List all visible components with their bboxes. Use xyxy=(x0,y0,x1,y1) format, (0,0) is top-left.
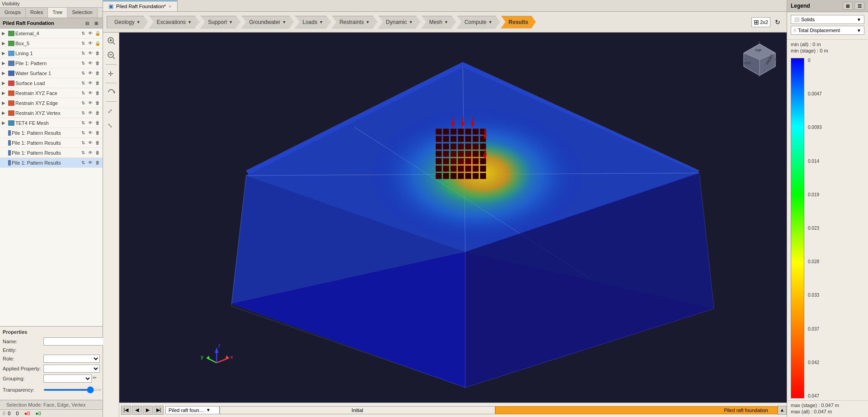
nav-prev-btn[interactable]: ◀ xyxy=(132,406,142,415)
move-icon[interactable]: ⇅ xyxy=(80,100,86,106)
collapse-all-icon[interactable]: ⊟ xyxy=(84,19,91,27)
tree-item[interactable]: Pile 1: Pattern Results ⇅ 👁 🗑 xyxy=(0,138,103,148)
lock-icon[interactable]: 🔒 xyxy=(94,40,101,47)
workflow-btn-mesh[interactable]: Mesh ▼ xyxy=(422,16,456,28)
expand-icon[interactable]: ▶ xyxy=(2,31,7,36)
tree-item[interactable]: ▶ Box_5 ⇅ 👁 🔒 xyxy=(0,38,103,48)
fit-extent2-button[interactable]: ⤡ xyxy=(105,119,117,132)
fit-extent-button[interactable]: ⤢ xyxy=(105,104,117,117)
tree-item[interactable]: ▶ Lining 1 ⇅ 👁 🗑 xyxy=(0,48,103,58)
visibility-icon[interactable]: 👁 xyxy=(87,40,94,47)
workflow-btn-dynamic[interactable]: Dynamic ▼ xyxy=(378,16,421,28)
workflow-btn-support[interactable]: Support ▼ xyxy=(200,16,240,28)
prop-grouping-edit-icon[interactable]: ✏ xyxy=(93,375,100,382)
workflow-btn-excavations[interactable]: Excavations ▼ xyxy=(149,16,200,28)
tree-item[interactable]: Pile 1: Pattern Results ⇅ 👁 🗑 xyxy=(0,148,103,158)
pan-button[interactable]: ✛ xyxy=(105,67,117,80)
expand-icon[interactable]: ▶ xyxy=(2,41,7,46)
prop-role-select[interactable] xyxy=(43,355,100,363)
delete-icon[interactable]: 🗑 xyxy=(94,140,101,146)
tree-item[interactable]: ▶ Restrain XYZ Face ⇅ 👁 🗑 xyxy=(0,88,103,98)
visibility-icon[interactable]: 👁 xyxy=(87,30,94,37)
visibility-icon[interactable]: 👁 xyxy=(87,70,94,76)
visibility-icon[interactable]: 👁 xyxy=(87,120,94,126)
file-tab[interactable]: ▣ Piled Raft Foundation* × xyxy=(103,0,178,11)
move-icon[interactable]: ⇅ xyxy=(80,110,86,116)
nav-first-btn[interactable]: |◀ xyxy=(121,406,131,415)
tree-item[interactable]: ▶ External_4 ⇅ 👁 🔒 xyxy=(0,28,103,38)
delete-icon[interactable]: 🗑 xyxy=(94,90,101,96)
bottom-expand-btn[interactable]: ▲ xyxy=(778,406,787,415)
delete-icon[interactable]: 🗑 xyxy=(94,50,101,57)
file-tab-close[interactable]: × xyxy=(169,4,171,9)
prop-transparency-slider[interactable] xyxy=(43,389,102,391)
delete-icon[interactable]: 🗑 xyxy=(94,110,101,116)
lock-icon[interactable]: 🔒 xyxy=(94,30,101,37)
move-icon[interactable]: ⇅ xyxy=(80,50,86,57)
tree-item[interactable]: ▶ Restrain XYZ Vertex ⇅ 👁 🗑 xyxy=(0,108,103,118)
visibility-icon[interactable]: 👁 xyxy=(87,150,94,156)
view-grid-btn[interactable]: ⊞ 2x2 xyxy=(751,17,770,27)
tree-item[interactable]: ▶ Surface Load ⇅ 👁 🗑 xyxy=(0,78,103,88)
delete-icon[interactable]: 🗑 xyxy=(94,80,101,86)
legend-list-icon[interactable]: ☰ xyxy=(854,2,864,10)
prop-name-input[interactable] xyxy=(43,337,108,346)
visibility-icon[interactable]: 👁 xyxy=(87,100,94,106)
rotate-button[interactable] xyxy=(105,86,117,99)
nav-last-btn[interactable]: ▶| xyxy=(154,406,164,415)
workflow-btn-compute[interactable]: Compute ▼ xyxy=(457,16,500,28)
workflow-btn-geology[interactable]: Geology ▼ xyxy=(107,16,148,28)
delete-icon[interactable]: 🗑 xyxy=(94,70,101,76)
tree-item[interactable]: ▶ Water Surface 1 ⇅ 👁 🗑 xyxy=(0,68,103,78)
tab-tree[interactable]: Tree xyxy=(48,8,67,18)
expand-icon[interactable]: ▶ xyxy=(2,71,7,76)
refresh-button[interactable]: ↻ xyxy=(772,17,783,28)
tree-item[interactable]: Pile 1: Pattern Results ⇅ 👁 🗑 xyxy=(0,128,103,138)
legend-grid-icon[interactable]: ⊞ xyxy=(843,2,853,10)
nav-cube[interactable]: TOP FRONT SIDE N S E W xyxy=(741,42,778,78)
tab-roles[interactable]: Roles xyxy=(26,8,48,18)
move-icon[interactable]: ⇅ xyxy=(80,80,86,86)
move-icon[interactable]: ⇅ xyxy=(80,130,86,136)
expand-icon[interactable]: ▶ xyxy=(2,61,7,66)
move-icon[interactable]: ⇅ xyxy=(80,30,86,37)
workflow-btn-loads[interactable]: Loads ▼ xyxy=(295,16,331,28)
move-icon[interactable]: ⇅ xyxy=(80,150,86,156)
delete-icon[interactable]: 🗑 xyxy=(94,120,101,126)
tab-selection[interactable]: Selection xyxy=(67,8,97,18)
tree-item[interactable]: ▶ Pile 1: Pattern ⇅ 👁 🗑 xyxy=(0,58,103,68)
delete-icon[interactable]: 🗑 xyxy=(94,130,101,136)
delete-icon[interactable]: 🗑 xyxy=(94,150,101,156)
move-icon[interactable]: ⇅ xyxy=(80,60,86,66)
expand-all-icon[interactable]: ⊞ xyxy=(93,19,100,27)
workflow-btn-groundwater[interactable]: Groundwater ▼ xyxy=(241,16,294,28)
expand-icon[interactable]: ▶ xyxy=(2,81,7,85)
move-icon[interactable]: ⇅ xyxy=(80,160,86,166)
expand-icon[interactable]: ▶ xyxy=(2,51,7,56)
visibility-icon[interactable]: 👁 xyxy=(87,160,94,166)
stage-dropdown[interactable]: Piled raft foun… ▼ xyxy=(165,406,220,414)
move-icon[interactable]: ⇅ xyxy=(80,120,86,126)
move-icon[interactable]: ⇅ xyxy=(80,140,86,146)
nav-next-btn[interactable]: ▶ xyxy=(143,406,153,415)
tree-item[interactable]: ▶ TET4 FE Mesh ⇅ 👁 🗑 xyxy=(0,118,103,128)
expand-icon[interactable]: ▶ xyxy=(2,120,7,125)
move-icon[interactable]: ⇅ xyxy=(80,40,86,47)
expand-icon[interactable]: ▶ xyxy=(2,90,7,95)
displacement-dropdown[interactable]: ⌇ Total Displacement ▼ xyxy=(791,26,864,35)
tree-item[interactable]: ▶ Restrain XYZ Edge ⇅ 👁 🗑 xyxy=(0,98,103,108)
visibility-icon[interactable]: 👁 xyxy=(87,60,94,66)
move-icon[interactable]: ⇅ xyxy=(80,90,86,96)
delete-icon[interactable]: 🗑 xyxy=(94,160,101,166)
visibility-icon[interactable]: 👁 xyxy=(87,110,94,116)
move-icon[interactable]: ⇅ xyxy=(80,70,86,76)
workflow-btn-restraints[interactable]: Restraints ▼ xyxy=(332,16,377,28)
tree-item-selected[interactable]: Pile 1: Pattern Results ⇅ 👁 🗑 xyxy=(0,158,103,168)
visibility-icon[interactable]: 👁 xyxy=(87,130,94,136)
solids-dropdown[interactable]: ⬜ Solids ▼ xyxy=(791,15,864,24)
workflow-btn-results[interactable]: Results xyxy=(501,16,536,28)
zoom-out-button[interactable] xyxy=(105,49,117,62)
tab-groups[interactable]: Groups xyxy=(0,8,26,18)
viewport-3d[interactable]: x y z xyxy=(119,33,787,417)
visibility-icon[interactable]: 👁 xyxy=(87,140,94,146)
